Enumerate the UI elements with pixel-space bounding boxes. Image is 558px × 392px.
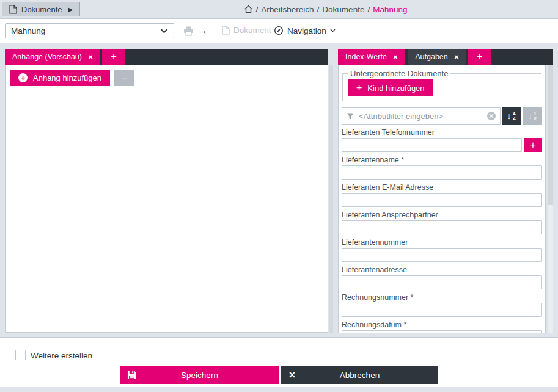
breadcrumb-separator: / (317, 5, 320, 14)
document-icon (222, 26, 230, 35)
add-attachment-button[interactable]: + Anhang hinzufügen (10, 70, 110, 86)
filter-funnel-icon (347, 113, 354, 120)
cancel-label: Abbrechen (340, 371, 380, 380)
create-more-label: Weitere erstellen (31, 351, 92, 360)
printer-icon (183, 26, 194, 36)
index-tabbar: Index-Werte ✕ Aufgaben ✕ + (338, 49, 553, 65)
documents-menu-label: Dokumente (21, 5, 62, 14)
field-label: Lieferantennummer (342, 239, 542, 247)
save-icon (127, 371, 136, 380)
field-input[interactable] (342, 248, 542, 262)
attachments-tabbar: Anhänge (Vorschau) ✕ + (5, 49, 328, 65)
attribute-filter-row: ↓ A Z ↓ 1 9 (342, 107, 542, 125)
tab-index-werte[interactable]: Index-Werte ✕ (338, 49, 405, 65)
document-type-value: Mahnung (11, 26, 45, 35)
fields-list: Lieferanten Telefonnummer + Lieferantenn… (342, 129, 542, 333)
field-row: Lieferantenadresse (342, 266, 542, 289)
tab-label: Anhänge (Vorschau) (12, 53, 82, 61)
document-type-select[interactable]: Mahnung (5, 23, 174, 38)
document-icon (9, 5, 17, 14)
field-input[interactable] (342, 165, 542, 180)
top-bar: Dokumente ▶ / Arbeitsbereich / Dokumente… (0, 0, 558, 19)
footer-bar: Weitere erstellen Speichern ✕ Abbrechen (0, 337, 558, 387)
add-tab-button[interactable]: + (102, 49, 125, 65)
breadcrumb-separator: / (367, 5, 370, 14)
scrollbar-track[interactable] (548, 65, 553, 333)
field-row: Lieferanten Telefonnummer + (342, 129, 542, 152)
chevron-down-icon (330, 29, 336, 32)
field-input[interactable] (342, 220, 542, 234)
child-documents-group: Untergeordnete Dokumente + Kind hinzufüg… (342, 69, 541, 101)
save-button[interactable]: Speichern (120, 366, 279, 384)
save-label: Speichern (181, 371, 218, 380)
close-icon[interactable]: ✕ (88, 54, 93, 60)
add-value-button[interactable]: + (524, 138, 542, 152)
cancel-button[interactable]: ✕ Abbrechen (281, 366, 438, 384)
remove-attachment-button: − (114, 70, 134, 86)
sort-arrow-icon: ↓ (528, 112, 532, 120)
document-button-label: Dokument (233, 26, 271, 35)
clear-filter-icon[interactable] (487, 112, 496, 120)
field-input[interactable] (342, 138, 522, 152)
field-row: Lieferantenname * (342, 156, 542, 180)
field-row: Rechnungsnummer * (342, 294, 542, 317)
create-more-checkbox[interactable] (15, 350, 26, 360)
index-values-panel: Index-Werte ✕ Aufgaben ✕ + Untergeordnet… (338, 49, 553, 333)
tab-aufgaben[interactable]: Aufgaben ✕ (408, 49, 466, 65)
breadcrumb-item-dokumente[interactable]: Dokumente (322, 5, 364, 14)
tab-anhaenge-vorschau[interactable]: Anhänge (Vorschau) ✕ (5, 49, 100, 65)
close-icon[interactable]: ✕ (454, 54, 459, 60)
document-button: Dokument (222, 26, 271, 35)
field-row: Rechnungsdatum * (342, 321, 542, 333)
navigation-compass-icon (274, 26, 284, 35)
circled-plus-icon: + (18, 73, 28, 82)
expand-arrow-icon: ▶ (68, 6, 73, 13)
breadcrumb-separator: / (256, 5, 259, 14)
field-label: Lieferanten E-Mail Adresse (342, 184, 542, 192)
close-icon[interactable]: ✕ (393, 54, 398, 60)
breadcrumb-item-arbeitsbereich[interactable]: Arbeitsbereich (261, 5, 314, 14)
field-label: Lieferanten Ansprechpartner (342, 211, 542, 219)
add-attachment-label: Anhang hinzufügen (33, 73, 101, 82)
tab-label: Aufgaben (415, 53, 448, 61)
chevron-down-icon (160, 29, 168, 34)
back-arrow-button[interactable]: ← (201, 24, 213, 37)
cancel-x-icon: ✕ (288, 370, 296, 380)
field-input[interactable] (342, 330, 542, 333)
sort-alphabetical-button[interactable]: ↓ A Z (502, 107, 521, 125)
scrollbar-thumb[interactable] (548, 65, 553, 205)
attribute-filter-box (342, 107, 501, 125)
add-child-label: Kind hinzufügen (367, 84, 424, 93)
toolbar: Mahnung ← Dokument Navigation (0, 19, 558, 43)
documents-menu-button[interactable]: Dokumente ▶ (2, 2, 80, 16)
field-label: Rechnungsdatum * (342, 321, 542, 329)
index-values-content: Untergeordnete Dokumente + Kind hinzufüg… (338, 65, 546, 333)
panel-splitter[interactable] (329, 65, 333, 333)
sort-numeric-button: ↓ 1 9 (523, 107, 542, 125)
home-icon[interactable] (244, 5, 253, 13)
field-row: Lieferantennummer (342, 239, 542, 262)
minus-icon: − (121, 73, 127, 84)
breadcrumb: / Arbeitsbereich / Dokumente / Mahnung (93, 0, 558, 18)
field-input[interactable] (342, 275, 542, 289)
field-input[interactable] (342, 303, 542, 317)
navigation-label: Navigation (287, 26, 326, 35)
field-row: Lieferanten Ansprechpartner (342, 211, 542, 234)
add-child-button[interactable]: + Kind hinzufügen (348, 79, 433, 96)
field-label: Lieferantenadresse (342, 266, 542, 274)
field-label: Rechnungsnummer * (342, 294, 542, 302)
attribute-filter-input[interactable] (358, 111, 483, 122)
navigation-menu-button[interactable]: Navigation (274, 26, 336, 35)
breadcrumb-current: Mahnung (373, 5, 407, 14)
field-row: Lieferanten E-Mail Adresse (342, 184, 542, 207)
field-label: Lieferanten Telefonnummer (342, 129, 542, 137)
tab-label: Index-Werte (345, 53, 387, 61)
attachments-content: + Anhang hinzufügen − (5, 65, 328, 333)
field-label: Lieferantenname * (342, 156, 542, 164)
sort-arrow-icon: ↓ (507, 112, 512, 120)
add-tab-button[interactable]: + (468, 49, 491, 65)
print-button (183, 26, 194, 36)
field-input[interactable] (342, 193, 542, 207)
attachments-panel: Anhänge (Vorschau) ✕ + + Anhang hinzufüg… (5, 49, 328, 333)
child-documents-legend: Untergeordnete Dokumente (348, 69, 450, 78)
